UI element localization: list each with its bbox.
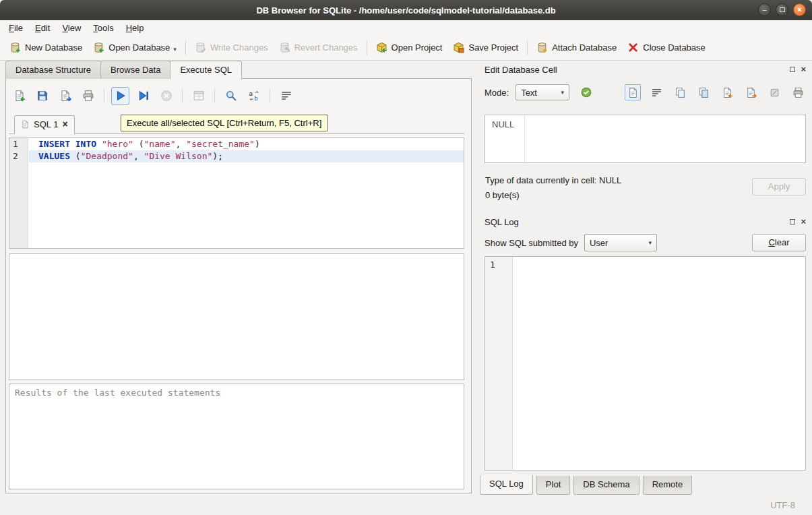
- new-database-icon: [9, 42, 21, 53]
- execute-current-line-button[interactable]: [134, 87, 152, 105]
- minimize-icon: –: [762, 6, 766, 13]
- stop-execution-button: [157, 87, 175, 105]
- line-number: 2: [9, 150, 29, 162]
- clear-log-button[interactable]: Clear: [752, 234, 806, 251]
- sql-tab-label: SQL 1: [34, 119, 58, 129]
- write-changes-button: Write Changes: [189, 38, 274, 57]
- maximize-button[interactable]: [776, 3, 788, 16]
- set-null-button[interactable]: [766, 84, 782, 100]
- revert-changes-button: Revert Changes: [274, 38, 363, 57]
- apply-button: Apply: [752, 178, 806, 195]
- menu-tools[interactable]: Tools: [87, 22, 119, 34]
- execute-all-button[interactable]: [111, 87, 129, 105]
- dock-float-icon[interactable]: [790, 67, 795, 72]
- sql-code-line: INSERT INTO "hero" ("name", "secret_name…: [29, 138, 464, 150]
- toolbar-separator: [182, 89, 183, 102]
- mode-combobox[interactable]: Text ▾: [516, 84, 569, 100]
- open-database-button[interactable]: Open Database ▾: [88, 38, 182, 57]
- save-results-button: [189, 87, 208, 105]
- window-controls: – ×: [758, 3, 806, 16]
- open-database-dropdown-icon[interactable]: ▾: [173, 46, 177, 53]
- tab-browse-data[interactable]: Browse Data: [100, 61, 170, 79]
- toolbar-separator: [367, 40, 367, 55]
- open-project-icon: [376, 42, 387, 53]
- dock-float-icon[interactable]: [790, 219, 795, 224]
- open-sql-file-button[interactable]: [10, 87, 28, 105]
- results-grid[interactable]: [9, 253, 464, 380]
- execute-current-line-icon: [137, 90, 150, 102]
- cell-type-info: Type of data currently in cell: NULL: [485, 175, 621, 185]
- save-sql-file-button[interactable]: [33, 87, 51, 105]
- dock-close-icon[interactable]: ×: [801, 66, 806, 73]
- open-database-label: Open Database: [108, 42, 170, 53]
- execute-tooltip: Execute all/selected SQL [Ctrl+Return, F…: [121, 115, 327, 131]
- print-sql-button[interactable]: [79, 87, 97, 105]
- export-cell-button[interactable]: [743, 84, 759, 100]
- import-icon: [722, 87, 733, 98]
- menu-file[interactable]: File: [3, 22, 29, 34]
- execute-sql-panel: SQL 1 × Execute all/selected SQL [Ctrl+R…: [5, 78, 472, 493]
- close-database-button[interactable]: Close Database: [622, 38, 711, 57]
- revert-changes-icon: [279, 42, 290, 53]
- open-project-button[interactable]: Open Project: [371, 38, 448, 57]
- tab-sql-log[interactable]: SQL Log: [480, 475, 533, 495]
- encoding-indicator: UTF-8: [770, 500, 795, 510]
- results-placeholder: Results of the last executed statements: [15, 388, 220, 398]
- revert-changes-label: Revert Changes: [294, 42, 358, 53]
- save-sql-file-as-icon: [59, 90, 71, 102]
- close-window-button[interactable]: ×: [793, 3, 806, 16]
- auto-switch-mode-icon: [580, 86, 592, 98]
- tab-db-schema[interactable]: DB Schema: [573, 476, 639, 495]
- log-line-gutter: [485, 257, 513, 470]
- menu-view[interactable]: View: [56, 22, 87, 34]
- dock-close-icon[interactable]: ×: [801, 218, 806, 225]
- word-wrap-icon: [280, 90, 292, 102]
- execute-all-icon: [115, 90, 127, 102]
- tab-database-structure[interactable]: Database Structure: [5, 61, 101, 79]
- combo-arrow-icon: ▾: [556, 89, 565, 96]
- paste-cell-button[interactable]: [695, 84, 712, 100]
- save-project-button[interactable]: Save Project: [447, 38, 524, 57]
- find-replace-button[interactable]: [245, 87, 263, 105]
- titlebar[interactable]: DB Browser for SQLite - /home/user/code/…: [0, 0, 812, 20]
- text-view-button[interactable]: [625, 84, 641, 100]
- sql-editor[interactable]: 1 INSERT INTO "hero" ("name", "secret_na…: [9, 138, 464, 249]
- cell-size-info: 0 byte(s): [485, 190, 520, 200]
- tab-remote[interactable]: Remote: [643, 476, 693, 495]
- menubar: File Edit View Tools Help: [0, 20, 812, 35]
- find-replace-icon: [248, 90, 260, 102]
- tab-plot[interactable]: Plot: [536, 476, 570, 495]
- write-changes-label: Write Changes: [210, 42, 268, 53]
- minimize-button[interactable]: –: [758, 3, 771, 16]
- find-button[interactable]: [222, 87, 240, 105]
- print-icon: [792, 87, 804, 98]
- import-cell-button[interactable]: [719, 84, 735, 100]
- attach-database-button[interactable]: Attach Database: [531, 38, 622, 57]
- sql-file-icon: [21, 120, 30, 129]
- statusbar: UTF-8: [0, 495, 812, 515]
- tab-execute-sql[interactable]: Execute SQL: [170, 61, 242, 80]
- save-sql-file-as-button[interactable]: [56, 87, 74, 105]
- print-icon: [82, 90, 94, 102]
- menu-help[interactable]: Help: [120, 22, 150, 34]
- left-panel: Database Structure Browse Data Execute S…: [5, 61, 472, 495]
- paste-icon: [698, 87, 710, 98]
- sql-1-tab[interactable]: SQL 1 ×: [14, 115, 75, 134]
- main-tabbar: Database Structure Browse Data Execute S…: [5, 61, 241, 79]
- close-database-label: Close Database: [643, 42, 706, 53]
- new-database-button[interactable]: New Database: [4, 38, 88, 57]
- log-filter-combobox[interactable]: User ▾: [584, 234, 657, 251]
- cell-editor[interactable]: NULL: [485, 115, 806, 163]
- toolbar-separator: [270, 89, 270, 102]
- sql-tab-close-icon[interactable]: ×: [62, 121, 67, 128]
- right-panel: Edit Database Cell × Mode: Text ▾: [478, 61, 812, 495]
- sql-log-area[interactable]: 1: [485, 256, 806, 471]
- window-title: DB Browser for SQLite - /home/user/code/…: [256, 5, 555, 16]
- copy-cell-button[interactable]: [672, 84, 688, 100]
- print-cell-button[interactable]: [790, 84, 806, 100]
- auto-switch-mode-button[interactable]: [577, 84, 595, 101]
- toolbar-separator: [527, 40, 528, 55]
- word-wrap-button[interactable]: [277, 87, 295, 105]
- menu-edit[interactable]: Edit: [29, 22, 56, 34]
- word-wrap-cell-button[interactable]: [648, 84, 664, 100]
